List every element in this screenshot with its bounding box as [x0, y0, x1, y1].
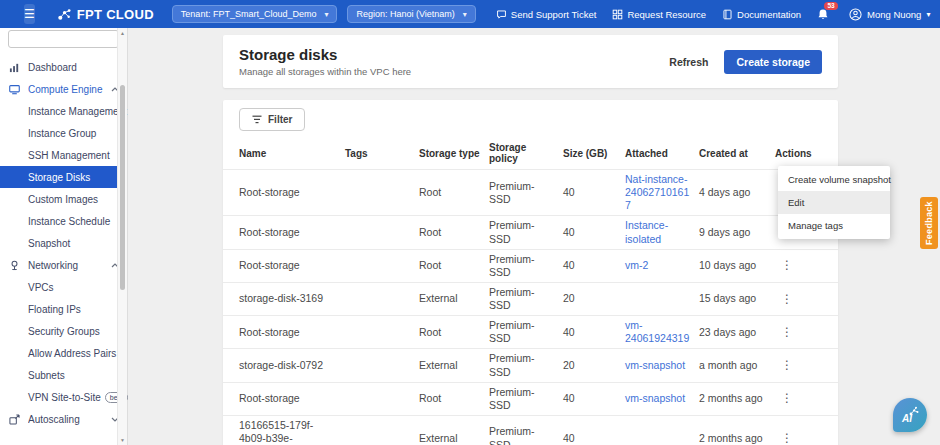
create-storage-button[interactable]: Create storage	[724, 50, 822, 74]
attached-instance-link[interactable]: Instance-isolated	[625, 219, 668, 244]
ai-chat-button[interactable]: AI	[893, 398, 927, 432]
cell-storage-type: Root	[419, 249, 489, 282]
cell-storage-policy: Premium-SSD	[489, 349, 563, 382]
sidebar-nav: DashboardCompute EngineInstance Manageme…	[0, 56, 127, 430]
sidebar-item-vpn-site-to-site[interactable]: VPN Site-to-Sitebeta	[0, 386, 127, 408]
sidebar-item-label: Security Groups	[28, 326, 100, 337]
column-header-attached: Attached	[625, 137, 699, 170]
sidebar-item-dashboard[interactable]: Dashboard	[0, 56, 127, 78]
fpt-cloud-logo[interactable]: FPT CLOUD	[57, 7, 154, 22]
attached-instance-link[interactable]: vm-2	[625, 259, 648, 271]
cell-created-at: 2 months ago	[699, 415, 775, 445]
scroll-up-icon[interactable]: ▲	[118, 30, 127, 36]
cell-name: Root-storage	[223, 316, 345, 349]
sidebar: DashboardCompute EngineInstance Manageme…	[0, 28, 128, 445]
sidebar-item-snapshot[interactable]: Snapshot	[0, 232, 127, 254]
sidebar-item-security-groups[interactable]: Security Groups	[0, 320, 127, 342]
cell-attached	[625, 282, 699, 315]
sidebar-item-label: Instance Group	[28, 128, 96, 139]
cell-storage-type: Root	[419, 316, 489, 349]
menu-item-edit[interactable]: Edit	[778, 191, 890, 214]
request-resource-icon	[612, 9, 623, 20]
attached-instance-link[interactable]: Nat-instance-240627101617	[625, 173, 689, 211]
tenant-selector[interactable]: Tenant: FPT_Smart_Cloud_Demo ▾	[172, 5, 338, 23]
user-menu[interactable]: Mong Nuong ▾	[849, 8, 930, 21]
cell-size: 40	[563, 415, 625, 445]
sidebar-item-subnets[interactable]: Subnets	[0, 364, 127, 386]
cell-storage-policy: Premium-SSD	[489, 316, 563, 349]
tenant-selector-label: Tenant: FPT_Smart_Cloud_Demo	[181, 9, 317, 19]
table-row: 16166515-179f-4b09-b39e-f5596031026aExte…	[223, 415, 838, 445]
cell-name: 16166515-179f-4b09-b39e-f5596031026a	[223, 415, 345, 445]
cell-created-at: 10 days ago	[699, 249, 775, 282]
sidebar-item-instance-management[interactable]: Instance Management	[0, 100, 127, 122]
sidebar-item-instance-group[interactable]: Instance Group	[0, 122, 127, 144]
sidebar-item-allow-address-pairs[interactable]: Allow Address Pairs	[0, 342, 127, 364]
cell-actions: ⋮	[775, 415, 838, 445]
cell-name: Root-storage	[223, 382, 345, 415]
sidebar-item-storage-disks[interactable]: Storage Disks	[0, 166, 127, 188]
autoscaling-icon	[8, 414, 20, 425]
scrollbar-thumb[interactable]	[120, 85, 125, 290]
cell-storage-type: External	[419, 349, 489, 382]
menu-icon[interactable]: ☰	[24, 4, 35, 24]
cell-size: 20	[563, 282, 625, 315]
notification-badge: 53	[824, 2, 838, 11]
page-header-card: Storage disks Manage all storages within…	[223, 35, 838, 88]
filter-icon	[252, 115, 262, 124]
cell-actions: ⋮	[775, 249, 838, 282]
refresh-button[interactable]: Refresh	[667, 52, 710, 72]
attached-instance-link[interactable]: vm-24061924319	[625, 319, 689, 344]
feedback-tab[interactable]: Feedback	[920, 197, 938, 249]
row-actions-kebab-icon[interactable]: ⋮	[775, 391, 799, 406]
cell-tags	[345, 216, 419, 249]
cell-tags	[345, 382, 419, 415]
cell-size: 40	[563, 249, 625, 282]
row-actions-kebab-icon[interactable]: ⋮	[775, 325, 799, 340]
cell-created-at: 4 days ago	[699, 170, 775, 216]
cell-storage-policy: Premium-SSD	[489, 170, 563, 216]
cell-name: storage-disk-0792	[223, 349, 345, 382]
sidebar-item-floating-ips[interactable]: Floating IPs	[0, 298, 127, 320]
topbar-link-send-support-ticket[interactable]: Send Support Ticket	[496, 9, 597, 20]
attached-instance-link[interactable]: vm-snapshot	[625, 392, 685, 404]
row-actions-kebab-icon[interactable]: ⋮	[775, 358, 799, 373]
topbar-link-documentation[interactable]: Documentation	[722, 9, 801, 20]
sidebar-item-custom-images[interactable]: Custom Images	[0, 188, 127, 210]
cell-attached: vm-snapshot	[625, 382, 699, 415]
sidebar-item-vpcs[interactable]: VPCs	[0, 276, 127, 298]
attached-instance-link[interactable]: vm-snapshot	[625, 359, 685, 371]
cell-created-at: a month ago	[699, 349, 775, 382]
cell-storage-policy: Premium-SSD	[489, 415, 563, 445]
column-header-name: Name	[223, 137, 345, 170]
row-actions-kebab-icon[interactable]: ⋮	[775, 292, 799, 307]
notifications-button[interactable]: 53	[817, 8, 829, 21]
menu-item-manage-tags[interactable]: Manage tags	[778, 214, 890, 237]
sidebar-item-autoscaling[interactable]: Autoscaling	[0, 408, 127, 430]
sidebar-item-networking[interactable]: Networking	[0, 254, 127, 276]
row-actions-kebab-icon[interactable]: ⋮	[775, 431, 799, 445]
sidebar-scrollbar[interactable]: ▲ ▼	[117, 28, 127, 445]
page-header-text: Storage disks Manage all storages within…	[239, 46, 411, 77]
chevron-down-icon: ▾	[324, 10, 328, 19]
cell-tags	[345, 249, 419, 282]
row-actions-kebab-icon[interactable]: ⋮	[775, 258, 799, 273]
chevron-down-icon: ▾	[463, 10, 467, 19]
cell-name: Root-storage	[223, 170, 345, 216]
storage-table-card: Filter NameTagsStorage typeStorage polic…	[223, 100, 838, 445]
sidebar-item-instance-schedule[interactable]: Instance Schedule	[0, 210, 127, 232]
cell-size: 20	[563, 349, 625, 382]
cell-attached: vm-snapshot	[625, 349, 699, 382]
scroll-down-icon[interactable]: ▼	[118, 437, 127, 443]
sidebar-item-compute-engine[interactable]: Compute Engine	[0, 78, 127, 100]
cell-name: storage-disk-3169	[223, 282, 345, 315]
topbar-link-request-resource[interactable]: Request Resource	[612, 9, 706, 20]
vpc-selector[interactable]	[8, 30, 119, 48]
menu-item-create-volume-snapshot[interactable]: Create volume snapshot	[778, 168, 890, 191]
filter-button[interactable]: Filter	[239, 108, 305, 131]
region-selector[interactable]: Region: Hanoi (Vietnam) ▾	[347, 5, 475, 23]
cell-storage-type: External	[419, 282, 489, 315]
sidebar-item-ssh-management[interactable]: SSH Management	[0, 144, 127, 166]
column-header-tags: Tags	[345, 137, 419, 170]
cell-created-at: 15 days ago	[699, 282, 775, 315]
